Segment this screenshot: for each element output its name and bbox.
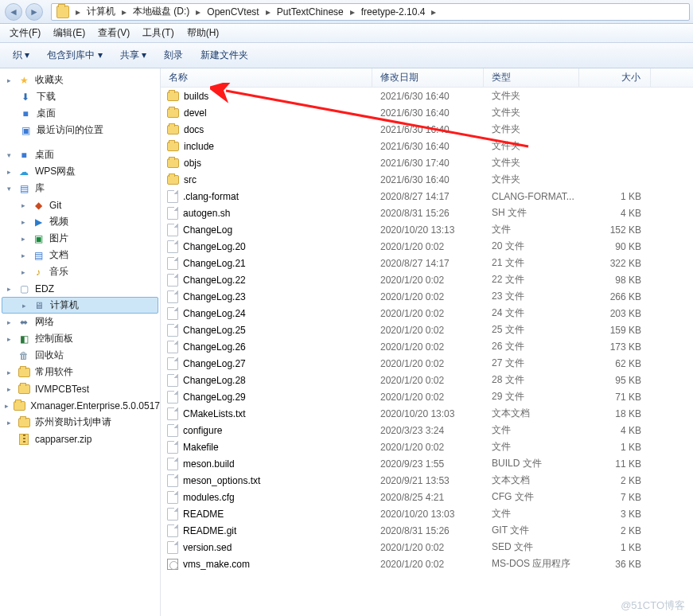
table-row[interactable]: ChangeLog.242020/1/20 0:0224 文件203 KB [161,305,693,322]
burn-button[interactable]: 刻录 [156,46,191,65]
sidebar-common-software[interactable]: ▸常用软件 [0,364,160,380]
organize-button[interactable]: 织 ▾ [5,46,37,65]
file-icon [167,508,178,520]
sidebar-network[interactable]: ▸⬌网络 [0,314,160,330]
table-row[interactable]: CMakeLists.txt2020/10/20 13:03文本文档18 KB [161,405,693,422]
table-row[interactable]: version.sed2020/1/20 0:02SED 文件1 KB [161,539,693,556]
include-in-library-button[interactable]: 包含到库中 ▾ [39,46,110,65]
sidebar-downloads[interactable]: ⬇下载 [0,88,160,105]
column-name[interactable]: 名称 [161,68,372,87]
nav-back-button[interactable]: ◄ [5,3,22,21]
chevron-right-icon[interactable]: ▸ [193,4,204,20]
table-row[interactable]: docs2021/6/30 16:40文件夹 [161,121,693,138]
sidebar-suzhou[interactable]: ▸苏州资助计划申请 [0,414,160,431]
table-row[interactable]: ChangeLog.222020/1/20 0:0222 文件98 KB [161,271,693,288]
menu-view[interactable]: 查看(V) [91,26,136,40]
breadcrumb[interactable]: ▸ 计算机 ▸ 本地磁盘 (D:) ▸ OpenCVtest ▸ PutText… [51,3,690,21]
file-date: 2020/10/20 13:03 [372,408,484,419]
file-type: CLANG-FORMAT... [484,191,579,202]
table-row[interactable]: devel2021/6/30 16:40文件夹 [161,104,693,121]
share-button[interactable]: 共享 ▾ [112,46,154,65]
table-row[interactable]: ChangeLog.212020/8/27 14:1721 文件322 KB [161,255,693,271]
recent-icon: ▣ [19,124,32,137]
file-type: 文件 [484,423,579,437]
file-type: 29 文件 [484,390,579,404]
table-row[interactable]: Makefile2020/1/20 0:02文件1 KB [161,439,693,455]
file-size: 1 KB [579,442,651,453]
file-name: ChangeLog.27 [183,358,246,369]
sidebar-recent[interactable]: ▣最近访问的位置 [0,122,160,138]
table-row[interactable]: builds2021/6/30 16:40文件夹 [161,88,693,104]
nav-forward-button[interactable]: ► [25,3,43,21]
table-row[interactable]: ChangeLog.292020/1/20 0:0229 文件71 KB [161,388,693,405]
table-row[interactable]: include2021/6/30 16:40文件夹 [161,138,693,154]
file-icon [167,391,178,404]
table-row[interactable]: src2021/6/30 16:40文件夹 [161,171,693,188]
chevron-right-icon[interactable]: ▸ [72,4,84,20]
table-row[interactable]: objs2021/6/30 17:40文件夹 [161,154,693,171]
sidebar-item-label: 苏州资助计划申请 [35,415,111,429]
table-row[interactable]: meson.build2020/9/23 1:55BUILD 文件11 KB [161,455,693,472]
table-row[interactable]: ChangeLog.232020/1/20 0:0223 文件266 KB [161,288,693,305]
sidebar-recycle-bin[interactable]: 🗑回收站 [0,347,160,364]
table-row[interactable]: configure2020/3/23 3:24文件4 KB [161,422,693,439]
chevron-right-icon[interactable]: ▸ [119,4,130,20]
sidebar-item-label: capparser.zip [35,434,91,445]
file-date: 2020/1/20 0:02 [372,275,484,286]
breadcrumb-seg[interactable]: 计算机 [84,4,119,20]
table-row[interactable]: README.git2020/8/31 15:26GIT 文件2 KB [161,522,693,539]
sidebar-pictures[interactable]: ▸▣图片 [0,230,160,247]
sidebar-libraries[interactable]: ▾▤库 [0,180,160,197]
sidebar-documents[interactable]: ▸▤文档 [0,247,160,263]
sidebar-capparser[interactable]: capparser.zip [0,431,160,447]
table-row[interactable]: README2020/10/20 13:03文件3 KB [161,505,693,522]
chevron-right-icon[interactable]: ▸ [347,4,358,20]
sidebar-control-panel[interactable]: ▸◧控制面板 [0,330,160,347]
breadcrumb-seg[interactable]: OpenCVtest [204,4,262,20]
sidebar-git[interactable]: ▸◆Git [0,197,160,213]
menu-file[interactable]: 文件(F) [3,26,47,40]
new-folder-button[interactable]: 新建文件夹 [193,46,256,65]
table-row[interactable]: ChangeLog.272020/1/20 0:0227 文件62 KB [161,355,693,372]
sidebar-edz[interactable]: ▸▢EDZ [0,280,160,297]
chevron-right-icon[interactable]: ▸ [428,4,439,20]
menu-help[interactable]: 帮助(H) [181,26,226,40]
file-date: 2020/1/20 0:02 [372,341,484,353]
column-date[interactable]: 修改日期 [372,68,484,87]
table-row[interactable]: meson_options.txt2020/9/21 13:53文本文档2 KB [161,472,693,489]
file-date: 2021/6/30 17:40 [372,158,484,169]
sidebar-music[interactable]: ▸♪音乐 [0,263,160,280]
sidebar-computer[interactable]: ▸🖥计算机 [2,297,158,314]
library-icon: ▤ [18,182,30,195]
sidebar-item-label: 收藏夹 [35,73,64,87]
sidebar-favorites[interactable]: ▸★收藏夹 [0,72,160,88]
table-row[interactable]: .clang-format2020/8/27 14:17CLANG-FORMAT… [161,188,693,205]
recycle-bin-icon: 🗑 [18,349,30,362]
breadcrumb-seg[interactable]: PutTextChinese [274,4,347,20]
menu-edit[interactable]: 编辑(E) [47,26,91,40]
sidebar-video[interactable]: ▸▶视频 [0,213,160,230]
table-row[interactable]: ChangeLog.282020/1/20 0:0228 文件95 KB [161,372,693,388]
table-row[interactable]: autogen.sh2020/8/31 15:26SH 文件4 KB [161,205,693,221]
table-row[interactable]: modules.cfg2020/8/25 4:21CFG 文件7 KB [161,489,693,505]
breadcrumb-seg[interactable]: 本地磁盘 (D:) [130,4,193,20]
sidebar-xmanager[interactable]: ▸Xmanager.Enterprise.5.0.0517 [0,397,160,414]
table-row[interactable]: ChangeLog2020/10/20 13:13文件152 KB [161,221,693,238]
sidebar-ivmpcbtest[interactable]: ▸IVMPCBTest [0,380,160,397]
table-row[interactable]: ChangeLog.262020/1/20 0:0226 文件173 KB [161,338,693,355]
sidebar-item-label: EDZ [35,283,54,294]
sidebar-item-label: Git [49,200,61,211]
sidebar-wps[interactable]: ▸☁WPS网盘 [0,163,160,180]
table-row[interactable]: vms_make.com2020/1/20 0:02MS-DOS 应用程序36 … [161,556,693,572]
column-type[interactable]: 类型 [484,68,579,87]
table-row[interactable]: ChangeLog.202020/1/20 0:0220 文件90 KB [161,238,693,255]
table-row[interactable]: ChangeLog.252020/1/20 0:0225 文件159 KB [161,322,693,338]
file-size: 152 KB [579,224,651,236]
file-icon [167,441,178,454]
sidebar-desktop-root[interactable]: ▾■桌面 [0,146,160,163]
sidebar-desktop[interactable]: ■桌面 [0,105,160,122]
menu-tools[interactable]: 工具(T) [136,26,180,40]
breadcrumb-seg[interactable]: freetype-2.10.4 [358,4,429,20]
chevron-right-icon[interactable]: ▸ [263,4,274,20]
column-size[interactable]: 大小 [579,68,651,87]
